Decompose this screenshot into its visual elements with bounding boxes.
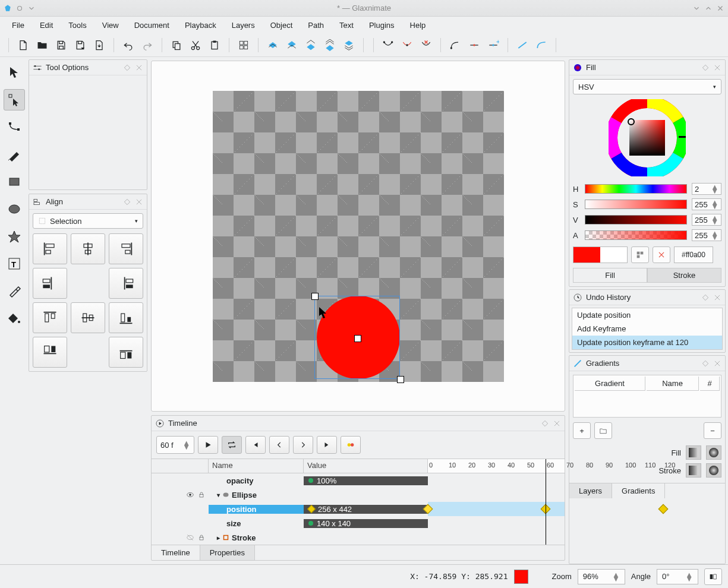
color-mode-select[interactable]: HSV▾ [573, 79, 721, 94]
menu-object[interactable]: Object [263, 18, 300, 32]
redo-button[interactable] [139, 37, 156, 53]
visibility-off-icon[interactable] [186, 533, 194, 542]
stroke-tab[interactable]: Stroke [647, 268, 721, 283]
star-tool[interactable] [4, 226, 25, 247]
rectangle-tool[interactable] [4, 171, 25, 192]
menu-document[interactable]: Document [127, 18, 177, 32]
align-relative-select[interactable]: Selection ▾ [33, 213, 143, 229]
cut-button[interactable] [187, 37, 204, 53]
last-frame-button[interactable] [317, 436, 337, 454]
segment-curve-button[interactable] [533, 37, 550, 53]
v-slider[interactable] [585, 215, 687, 225]
edit-tool[interactable] [4, 89, 25, 110]
a-slider[interactable] [585, 230, 687, 240]
lower-bottom-button[interactable] [322, 37, 338, 53]
palette-button[interactable] [631, 246, 649, 263]
raise-top-button[interactable] [264, 37, 281, 53]
h-slider[interactable] [585, 184, 687, 194]
node-corner-button[interactable] [447, 37, 464, 53]
pin-icon[interactable] [15, 4, 24, 12]
lock-icon[interactable] [198, 491, 205, 499]
color-wheel[interactable] [609, 99, 686, 176]
detach-icon[interactable] [701, 359, 710, 368]
grad-fill-linear[interactable] [686, 445, 701, 460]
align-bottom-out[interactable] [109, 337, 143, 368]
copy-button[interactable] [168, 37, 185, 53]
node-delete-button[interactable] [418, 37, 434, 53]
handle-center[interactable] [354, 335, 361, 342]
tab-properties[interactable]: Properties [200, 545, 255, 560]
detach-icon[interactable] [701, 293, 710, 302]
tab-gradients[interactable]: Gradients [612, 483, 665, 498]
gradients-table[interactable]: GradientName# [573, 375, 721, 418]
row-opacity[interactable]: opacity 100% [152, 473, 428, 488]
maximize-icon[interactable] [704, 4, 713, 12]
remove-gradient-button[interactable]: − [704, 422, 721, 439]
first-frame-button[interactable] [245, 436, 266, 454]
tab-timeline[interactable]: Timeline [152, 545, 200, 560]
lower-button[interactable] [302, 37, 319, 53]
menu-edit[interactable]: Edit [33, 18, 60, 32]
export-button[interactable] [91, 37, 108, 53]
menu-text[interactable]: Text [332, 18, 361, 32]
close-panel-icon[interactable] [135, 198, 143, 206]
eyedropper-tool[interactable] [4, 280, 25, 302]
menu-help[interactable]: Help [403, 18, 433, 32]
menu-playback[interactable]: Playback [178, 18, 223, 32]
color-swatch[interactable] [573, 246, 628, 263]
menu-path[interactable]: Path [301, 18, 331, 32]
a-value[interactable]: 255▲▼ [692, 229, 721, 241]
play-button[interactable] [198, 436, 218, 454]
s-slider[interactable] [585, 200, 687, 209]
close-panel-icon[interactable] [713, 359, 721, 368]
undo-item[interactable]: Update position [572, 308, 722, 322]
current-color-swatch[interactable] [514, 570, 528, 584]
timeline-tracks[interactable]: 0102030405060708090100110120 [428, 459, 565, 545]
text-tool[interactable]: T [4, 253, 25, 274]
prev-frame-button[interactable] [269, 436, 289, 454]
visibility-icon[interactable] [186, 491, 194, 499]
row-ellipse[interactable]: ▾Ellipse [152, 488, 428, 502]
row-stroke[interactable]: ▸Stroke [152, 530, 428, 545]
group-button[interactable] [235, 37, 252, 53]
clear-color-button[interactable] [653, 246, 670, 263]
h-value[interactable]: 2▲▼ [692, 183, 721, 195]
grad-stroke-linear[interactable] [686, 463, 701, 478]
open-button[interactable] [34, 37, 51, 53]
add-gradient-button[interactable]: + [573, 422, 591, 439]
undo-item[interactable]: Add Keyframe [572, 322, 722, 336]
flip-h-button[interactable] [704, 568, 722, 585]
row-size[interactable]: size 140 x 140 [152, 516, 428, 530]
align-hcenter[interactable] [71, 233, 105, 264]
menu-layers[interactable]: Layers [225, 18, 262, 32]
paste-button[interactable] [206, 37, 223, 53]
close-panel-icon[interactable] [713, 293, 721, 302]
raise-button[interactable] [283, 37, 300, 53]
grad-stroke-radial[interactable] [706, 463, 721, 478]
undo-item[interactable]: Update position keyframe at 120 [572, 336, 722, 349]
detach-icon[interactable] [123, 64, 131, 72]
handle-br[interactable] [397, 376, 404, 383]
align-bottom[interactable] [109, 302, 143, 333]
canvas[interactable] [151, 61, 565, 412]
row-position[interactable]: position 256 x 442 [152, 502, 428, 516]
v-value[interactable]: 255▲▼ [692, 214, 721, 226]
close-panel-icon[interactable] [713, 64, 721, 72]
ellipse-tool[interactable] [4, 198, 25, 220]
menu-tools[interactable]: Tools [61, 18, 93, 32]
detach-icon[interactable] [701, 64, 710, 72]
node-smooth-button[interactable] [466, 37, 483, 53]
dropdown-icon[interactable] [27, 4, 36, 12]
save-button[interactable] [53, 37, 70, 53]
grad-fill-radial[interactable] [706, 445, 721, 460]
close-panel-icon[interactable] [553, 419, 561, 428]
menu-view[interactable]: View [95, 18, 126, 32]
saveas-button[interactable] [72, 37, 89, 53]
frame-input[interactable]: 60 f▲▼ [156, 436, 194, 454]
menu-file[interactable]: File [5, 18, 31, 32]
hex-input[interactable]: #ff0a00 [674, 246, 713, 263]
node-join-button[interactable] [380, 37, 396, 53]
zoom-input[interactable]: 96%▲▼ [578, 569, 625, 584]
close-panel-icon[interactable] [135, 64, 143, 72]
segment-line-button[interactable] [514, 37, 531, 53]
